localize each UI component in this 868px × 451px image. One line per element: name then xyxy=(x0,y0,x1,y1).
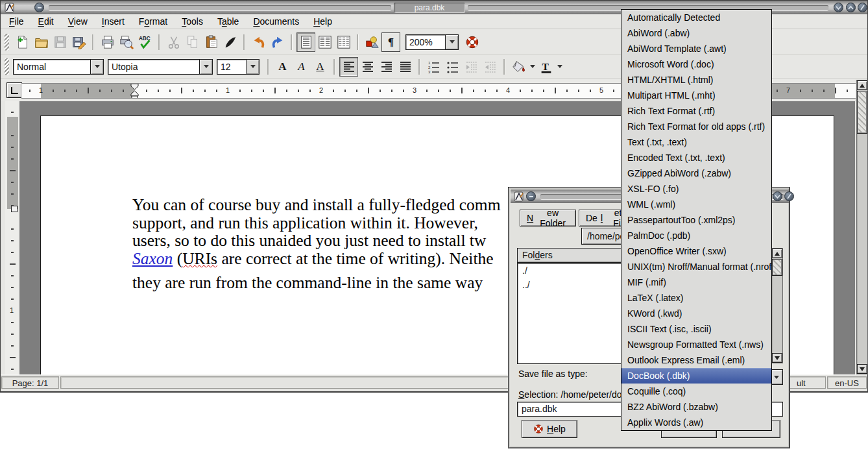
save-button[interactable] xyxy=(51,32,69,52)
language-indicator[interactable]: en-US xyxy=(827,376,867,389)
font-size-dropdown-button[interactable] xyxy=(247,59,259,75)
font-value[interactable]: Utopia xyxy=(108,59,200,75)
align-left-button[interactable] xyxy=(339,57,358,77)
close-button[interactable] xyxy=(858,3,867,12)
style-combobox[interactable]: Normal xyxy=(13,59,104,75)
paste-button[interactable] xyxy=(202,32,221,52)
scrollbar-thumb[interactable] xyxy=(772,259,782,276)
format-option[interactable]: DocBook (.dbk) xyxy=(621,368,771,384)
file-type-dropdown-button[interactable] xyxy=(770,369,783,385)
menu-format[interactable]: Format xyxy=(132,15,175,28)
top-margin-marker[interactable] xyxy=(11,206,18,212)
document-scrollbar[interactable] xyxy=(856,80,868,374)
window-menu-button[interactable] xyxy=(526,191,536,201)
style-value[interactable]: Normal xyxy=(13,59,91,75)
font-size-value[interactable]: 12 xyxy=(217,59,247,75)
format-option[interactable]: MIF (.mif) xyxy=(621,274,771,290)
format-option[interactable]: Outlook Express Email (.eml) xyxy=(621,352,771,368)
italic-button[interactable]: A xyxy=(292,57,311,77)
scroll-down-button[interactable] xyxy=(857,364,867,374)
vertical-ruler[interactable]: 1 xyxy=(5,101,19,374)
menu-insert[interactable]: Insert xyxy=(95,15,132,28)
maximize-button[interactable] xyxy=(846,3,856,12)
bold-button[interactable]: A xyxy=(273,57,292,77)
menu-file[interactable]: File xyxy=(2,15,31,28)
menu-table[interactable]: Table xyxy=(210,15,246,28)
dialog-help-button[interactable]: Help xyxy=(522,420,577,438)
format-option[interactable]: Rich Text Format (.rtf) xyxy=(621,103,771,119)
fill-color-dropdown-button[interactable] xyxy=(528,58,536,75)
fill-color-button[interactable] xyxy=(509,57,528,77)
copy-button[interactable] xyxy=(183,32,202,52)
format-option[interactable]: PassepartoutToo (.xml2ps) xyxy=(621,212,771,228)
format-option[interactable]: LaTeX (.latex) xyxy=(621,290,771,306)
menu-help[interactable]: Help xyxy=(306,15,339,28)
format-option[interactable]: Coquille (.coq) xyxy=(621,384,771,399)
format-option[interactable]: Newsgroup Formatted Text (.nws) xyxy=(621,337,771,352)
menu-view[interactable]: View xyxy=(61,15,95,28)
format-option[interactable]: XSL-FO (.fo) xyxy=(621,181,771,197)
format-option[interactable]: GZipped AbiWord (.zabw) xyxy=(621,165,771,181)
pen-button[interactable] xyxy=(221,32,239,52)
underline-button[interactable]: A xyxy=(311,57,330,77)
align-justify-button[interactable] xyxy=(396,57,415,77)
format-option[interactable]: Applix Words (.aw) xyxy=(621,415,771,430)
window-menu-button[interactable] xyxy=(34,3,44,12)
zoom-dropdown-button[interactable] xyxy=(446,34,459,50)
align-right-button[interactable] xyxy=(377,57,396,77)
format-option[interactable]: Encoded Text (.txt, .text) xyxy=(621,150,771,165)
open-button[interactable] xyxy=(32,32,51,52)
format-option[interactable]: PalmDoc (.pdb) xyxy=(621,228,771,243)
hyperlink-saxon[interactable]: Saxon xyxy=(132,249,173,268)
decrease-indent-button[interactable] xyxy=(462,57,481,77)
font-size-combobox[interactable]: 12 xyxy=(217,59,259,75)
help-button[interactable] xyxy=(463,32,481,52)
files-list-scrollbar[interactable] xyxy=(771,248,783,363)
cut-button[interactable] xyxy=(164,32,183,52)
format-option[interactable]: WML (.wml) xyxy=(621,197,771,212)
scroll-up-button[interactable] xyxy=(857,80,867,90)
format-option[interactable]: Multipart HTML (.mht) xyxy=(621,88,771,103)
print-preview-button[interactable] xyxy=(117,32,136,52)
scroll-up-button[interactable] xyxy=(772,249,782,258)
menu-documents[interactable]: Documents xyxy=(246,15,306,28)
new-folder-button[interactable]: New Folder xyxy=(520,210,576,226)
scrollbar-thumb[interactable] xyxy=(857,91,867,134)
style-dropdown-button[interactable] xyxy=(91,59,104,75)
font-combobox[interactable]: Utopia xyxy=(108,59,213,75)
align-center-button[interactable] xyxy=(358,57,377,77)
format-option[interactable]: HTML/XHTML (.html) xyxy=(621,72,771,88)
print-button[interactable] xyxy=(98,32,117,52)
dialog-minimize-button[interactable] xyxy=(773,191,782,201)
view-one-column-button[interactable] xyxy=(296,32,315,52)
format-option[interactable]: KWord (.kwd) xyxy=(621,306,771,321)
format-option[interactable]: Microsoft Word (.doc) xyxy=(621,56,771,72)
format-option[interactable]: AbiWord Template (.awt) xyxy=(621,41,771,56)
font-color-dropdown-button[interactable] xyxy=(555,58,564,75)
format-option[interactable]: Text (.txt, .text) xyxy=(621,134,771,150)
tab-stop-selector-button[interactable] xyxy=(6,82,22,98)
font-color-button[interactable]: T xyxy=(536,57,555,77)
numbered-list-button[interactable]: 123 xyxy=(424,57,443,77)
show-formatting-marks-button[interactable]: ¶ xyxy=(381,32,400,52)
indent-markers[interactable] xyxy=(130,83,139,99)
bulleted-list-button[interactable] xyxy=(443,57,462,77)
minimize-button[interactable] xyxy=(834,3,843,12)
format-option[interactable]: UNIX(tm) Nroff/Manual format (.nroff) xyxy=(621,259,771,274)
view-three-columns-button[interactable] xyxy=(334,32,353,52)
zoom-combobox[interactable]: 200% xyxy=(405,34,459,50)
undo-button[interactable] xyxy=(249,32,268,52)
format-option[interactable]: Automatically Detected xyxy=(621,10,771,25)
zoom-value[interactable]: 200% xyxy=(405,34,446,50)
format-option[interactable]: OpenOffice Writer (.sxw) xyxy=(621,243,771,259)
save-as-button[interactable] xyxy=(69,32,88,52)
font-dropdown-button[interactable] xyxy=(200,59,213,75)
increase-indent-button[interactable] xyxy=(481,57,500,77)
format-option[interactable]: Rich Text Format for old apps (.rtf) xyxy=(621,119,771,134)
toolbar-grip[interactable] xyxy=(5,34,9,51)
format-option[interactable]: ISCII Text (.isc, .iscii) xyxy=(621,321,771,337)
toolbar-grip[interactable] xyxy=(5,58,9,75)
menu-edit[interactable]: Edit xyxy=(31,15,61,28)
new-document-button[interactable] xyxy=(13,32,32,52)
insert-shapes-button[interactable] xyxy=(363,32,381,52)
